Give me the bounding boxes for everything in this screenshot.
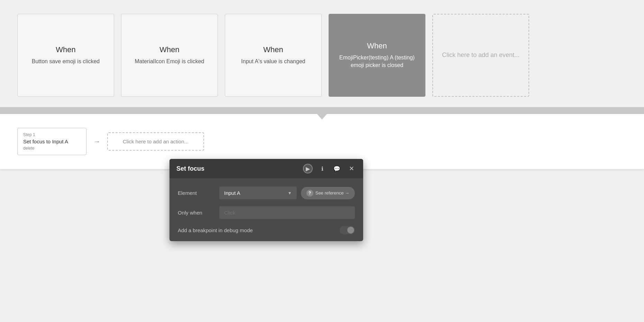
popup-overlay: Set focus ▶ ℹ 💬 ✕ Element Input A ▼ ? Se… — [169, 159, 363, 241]
close-icon[interactable]: ✕ — [347, 164, 356, 173]
step-label: Step 1 — [23, 132, 81, 137]
only-when-input[interactable] — [219, 206, 355, 219]
set-focus-popup: Set focus ▶ ℹ 💬 ✕ Element Input A ▼ ? Se… — [169, 159, 363, 241]
event-when-3: When — [263, 45, 283, 54]
select-arrow-icon: ▼ — [288, 191, 292, 196]
info-icon[interactable]: ℹ — [318, 164, 327, 173]
see-reference-button[interactable]: ? See reference → — [301, 187, 355, 199]
event-when-4: When — [367, 41, 387, 50]
event-card-4[interactable]: WhenEmojiPicker(testing) A (testing) emo… — [329, 14, 425, 97]
question-mark-icon: ? — [306, 190, 313, 197]
popup-header: Set focus ▶ ℹ 💬 ✕ — [169, 159, 363, 178]
element-select[interactable]: Input A ▼ — [219, 187, 297, 199]
see-reference-label: See reference → — [315, 190, 349, 196]
add-event-card[interactable]: Click here to add an event... — [432, 14, 529, 97]
events-area: WhenButton save emoji is clickedWhenMate… — [0, 0, 644, 97]
only-when-label: Only when — [178, 210, 219, 216]
add-action-button[interactable]: Click here to add an action... — [107, 132, 204, 151]
event-desc-4: EmojiPicker(testing) A (testing) emoji p… — [336, 54, 418, 69]
only-when-row: Only when — [178, 206, 355, 219]
breakpoint-label: Add a breakpoint in debug mode — [178, 227, 253, 233]
event-desc-3: Input A's value is changed — [241, 58, 305, 65]
divider-triangle — [316, 113, 328, 120]
event-card-2[interactable]: WhenMaterialIcon Emoji is clicked — [121, 14, 218, 97]
popup-body: Element Input A ▼ ? See reference → Only… — [169, 178, 363, 241]
step-name: Set focus to Input A — [23, 139, 81, 144]
arrow-icon: → — [93, 138, 100, 145]
element-label: Element — [178, 190, 219, 196]
popup-title: Set focus — [176, 165, 204, 172]
comment-icon[interactable]: 💬 — [332, 164, 342, 173]
breakpoint-toggle[interactable] — [340, 226, 355, 234]
step-delete[interactable]: delete — [23, 146, 81, 151]
divider — [0, 107, 644, 114]
event-card-1[interactable]: WhenButton save emoji is clicked — [17, 14, 114, 97]
element-value: Input A — [224, 190, 240, 196]
toggle-knob — [347, 227, 354, 234]
event-desc-2: MaterialIcon Emoji is clicked — [135, 58, 204, 65]
add-event-label: Click here to add an event... — [442, 51, 519, 59]
event-desc-1: Button save emoji is clicked — [32, 58, 100, 65]
action-step-1[interactable]: Step 1 Set focus to Input A delete — [17, 128, 86, 155]
popup-icons: ▶ ℹ 💬 ✕ — [303, 164, 356, 173]
event-when-1: When — [56, 45, 75, 54]
event-card-3[interactable]: WhenInput A's value is changed — [225, 14, 322, 97]
breakpoint-row: Add a breakpoint in debug mode — [178, 226, 355, 234]
play-icon[interactable]: ▶ — [303, 164, 313, 173]
event-when-2: When — [159, 45, 179, 54]
element-row: Element Input A ▼ ? See reference → — [178, 187, 355, 199]
